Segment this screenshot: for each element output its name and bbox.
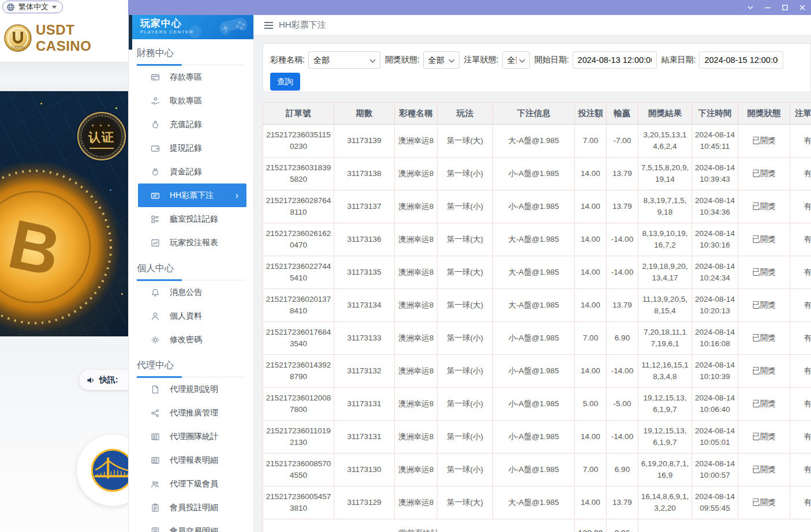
order-status-select[interactable]: 全部 — [503, 52, 529, 68]
start-date-label: 開始日期: — [535, 55, 569, 65]
sidebar-item[interactable]: 廳室投註記錄 — [138, 207, 246, 231]
table-cell: -14.00 — [607, 223, 638, 256]
table-cell: 有效 — [790, 355, 811, 388]
window-close-icon[interactable] — [794, 0, 811, 15]
table-cell: 8,3,19,7,1,5,9,18 — [638, 190, 692, 223]
sidebar-item[interactable]: 會員交易明細 — [138, 519, 246, 532]
table-cell: 31173139 — [334, 125, 395, 158]
sidebar-item[interactable]: HH彩票下注› — [138, 183, 246, 207]
table-column-header: 玩法 — [438, 103, 493, 125]
main: HH彩票下注 彩種名稱: 全部 開獎狀態: 全部 注單狀態: 全部 開始日期: … — [254, 15, 811, 532]
table-cell: 澳洲幸运8 — [395, 454, 438, 486]
table-cell: 3,20,15,13,14,6,2,4 — [638, 125, 692, 158]
sidebar-item[interactable]: 提現記錄 — [138, 136, 246, 160]
table-cell: 2024-08-14 10:06:40 — [692, 388, 738, 421]
sidebar-item-label: 充值記錄 — [170, 119, 202, 130]
table-cell: -14.00 — [607, 421, 638, 454]
sidebar-item[interactable]: 消息公告 — [138, 280, 246, 304]
total-bet-amount: 138.00 — [575, 519, 607, 532]
share-icon — [151, 409, 160, 418]
sidebar-item-label: 資金記錄 — [170, 167, 202, 177]
coin-purse-icon — [151, 167, 160, 177]
table-cell: 5.00 — [575, 388, 607, 421]
table-cell: 7,20,18,11,17,19,6,1 — [638, 322, 692, 355]
lottery-name-select[interactable]: 全部 — [309, 52, 380, 68]
table-row: 215217236012008780031173131澳洲幸运8第一球(小)小-… — [263, 388, 811, 421]
table-cell: 澳洲幸运8 — [395, 322, 438, 355]
table-cell: 7.00 — [575, 125, 607, 158]
table-cell: 14.00 — [575, 158, 607, 190]
coin-logo-icon: CASINO — [3, 24, 32, 53]
bet-table: 訂單號期數彩種名稱玩法下注信息投注額輸贏開獎結果下注時間開獎狀態注單狀態2152… — [263, 102, 811, 532]
speaker-icon — [86, 376, 95, 385]
sidebar-item[interactable]: 代理下級會員 — [138, 472, 246, 496]
table-cell: 2024-08-14 10:05:01 — [692, 421, 738, 454]
sidebar-item-label: 會員交易明細 — [170, 526, 218, 532]
globe-icon — [6, 3, 15, 12]
svg-text:CASINO: CASINO — [12, 45, 24, 48]
table-cell: 13.79 — [607, 158, 638, 190]
table-cell: 31173138 — [334, 158, 395, 190]
table-cell: 7.00 — [575, 322, 607, 355]
menu-toggle-icon[interactable] — [264, 22, 273, 29]
total-label: 當前頁統計 — [263, 519, 575, 532]
sidebar-item[interactable]: 玩家投注報表 — [138, 231, 246, 254]
certification-badge: ✦ ✦ ✦ 认证 — [77, 112, 126, 160]
sidebar-item-label: 代理規則說明 — [170, 384, 218, 395]
table-cell: 第一球(小) — [438, 421, 493, 454]
table-cell: 2152172360054573810 — [263, 486, 334, 519]
table-cell: 澳洲幸运8 — [395, 355, 438, 388]
table-row: 215217236008570455031173130澳洲幸运8第一球(小)小-… — [263, 454, 811, 486]
sidebar-item[interactable]: 存款專區 — [138, 65, 246, 89]
sidebar-item[interactable]: 代理規則說明 — [138, 377, 246, 401]
table-cell: 已開獎 — [738, 190, 790, 223]
window-minimize-icon[interactable] — [759, 0, 776, 15]
draw-status-select[interactable]: 全部 — [424, 52, 459, 68]
table-cell: 2024-08-14 10:34:36 — [692, 190, 738, 223]
sidebar-item[interactable]: 修改密碼 — [138, 328, 246, 351]
table-row: 215217236020137841031173134澳洲幸运8第一球(大)大-… — [263, 289, 811, 322]
table-cell: 14.00 — [575, 256, 607, 289]
table-cell: 31173131 — [334, 388, 395, 421]
table-row: 215217236014392879031173132澳洲幸运8第一球(小)小-… — [263, 355, 811, 388]
sidebar-item[interactable]: 充值記錄 — [138, 113, 246, 136]
bridge-logo-icon — [90, 448, 128, 493]
table-header-row: 訂單號期數彩種名稱玩法下注信息投注額輸贏開獎結果下注時間開獎狀態注單狀態 — [263, 103, 811, 125]
table-cell: 2024-08-14 10:39:43 — [692, 158, 738, 190]
draw-status-label: 開獎狀態: — [385, 55, 420, 65]
main-header: HH彩票下注 — [254, 15, 811, 36]
language-selector[interactable]: 繁体中文 — [2, 1, 63, 13]
table-cell: 第一球(小) — [438, 454, 493, 486]
table-cell: 2024-08-14 10:10:39 — [692, 355, 738, 388]
table-cell: 澳洲幸运8 — [395, 158, 438, 190]
network-dots — [40, 103, 42, 104]
table-row: 215217236028764811031173137澳洲幸运8第一球(小)小-… — [263, 190, 811, 223]
sidebar-item[interactable]: 會員投註明細 — [138, 496, 246, 519]
table-cell: 澳洲幸运8 — [395, 388, 438, 421]
sidebar-item-label: 消息公告 — [170, 287, 202, 298]
bell-icon — [151, 288, 160, 297]
table-cell: 2152172360085704550 — [263, 454, 334, 486]
brand-logo: CASINO USDT CASINO — [0, 14, 128, 62]
end-date-input[interactable] — [699, 51, 783, 69]
sidebar-item[interactable]: 資金記錄 — [138, 160, 246, 183]
sidebar-item[interactable]: 代理團隊統計 — [138, 425, 246, 448]
table-cell: 第一球(大) — [438, 223, 493, 256]
sidebar-item-label: 個人資料 — [170, 311, 202, 321]
sidebar-item[interactable]: 代理報表明細 — [138, 448, 246, 472]
sidebar-item[interactable]: 代理推廣管理 — [138, 401, 246, 425]
search-button[interactable]: 查詢 — [270, 73, 300, 91]
window-maximize-icon[interactable] — [776, 0, 794, 15]
sidebar-item[interactable]: 取款專區 — [138, 89, 246, 113]
window-collapse-icon[interactable] — [742, 0, 759, 15]
table-row: 215217236031839582031173138澳洲幸运8第一球(小)小-… — [263, 158, 811, 190]
sidebar-item[interactable]: 個人資料 — [138, 304, 246, 328]
table-cell: 31173136 — [334, 223, 395, 256]
table-cell: 澳洲幸运8 — [395, 190, 438, 223]
lottery-ticket-icon — [151, 191, 160, 200]
start-date-input[interactable] — [573, 51, 657, 69]
table-cell: 2024-08-14 10:30:16 — [692, 223, 738, 256]
table-cell: 31173135 — [334, 256, 395, 289]
table-row: 215217236035115023031173139澳洲幸运8第一球(大)大-… — [263, 125, 811, 158]
table-column-header: 訂單號 — [263, 103, 334, 125]
